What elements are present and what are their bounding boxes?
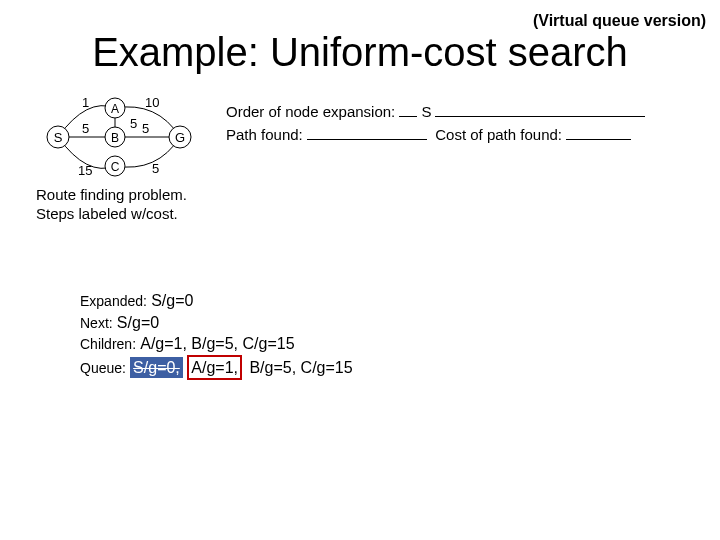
- expanded-line: Expanded: S/g=0: [80, 290, 356, 312]
- queue-item-rest: B/g=5, C/g=15: [246, 357, 355, 379]
- order-label: Order of node expansion:: [226, 103, 395, 120]
- children-value: A/g=1, B/g=5, C/g=15: [140, 335, 294, 352]
- children-line: Children: A/g=1, B/g=5, C/g=15: [80, 333, 356, 355]
- queue-values: S/g=0, A/g=1, B/g=5, C/g=15: [130, 359, 356, 376]
- next-value: S/g=0: [117, 314, 159, 331]
- next-line: Next: S/g=0: [80, 312, 356, 334]
- label-BG: 5: [142, 121, 149, 136]
- subtitle-tag: (Virtual queue version): [533, 12, 706, 30]
- svg-text:A: A: [111, 102, 119, 116]
- graph-caption: Route finding problem. Steps labeled w/c…: [36, 186, 187, 224]
- path-blank: [307, 124, 427, 141]
- node-G: G: [169, 126, 191, 148]
- label-CG: 5: [152, 161, 159, 176]
- cost-blank: [566, 124, 631, 141]
- label-SC: 15: [78, 163, 92, 178]
- node-B: B: [105, 127, 125, 147]
- answers-block: Order of node expansion: S Path found: C…: [226, 100, 645, 147]
- label-SB: 5: [82, 121, 89, 136]
- node-S: S: [47, 126, 69, 148]
- caption-line-1: Route finding problem.: [36, 186, 187, 203]
- node-A: A: [105, 98, 125, 118]
- path-label: Path found:: [226, 126, 303, 143]
- expanded-label: Expanded:: [80, 293, 147, 309]
- order-value: S: [417, 100, 435, 123]
- queue-item-next: A/g=1,: [187, 355, 242, 381]
- graph: S A B C G 1 5 15 10 5 5 5: [42, 95, 202, 185]
- cost-label: Cost of path found:: [435, 126, 562, 143]
- queue-line: Queue: S/g=0, A/g=1, B/g=5, C/g=15: [80, 355, 356, 381]
- queue-label: Queue:: [80, 360, 126, 376]
- page-title: Example: Uniform-cost search: [0, 30, 720, 75]
- next-label: Next:: [80, 315, 113, 331]
- path-line: Path found: Cost of path found:: [226, 123, 645, 146]
- slide: (Virtual queue version) Example: Uniform…: [0, 0, 720, 540]
- order-blank-before: [399, 100, 417, 117]
- order-blank-after: [435, 100, 645, 117]
- caption-line-2: Steps labeled w/cost.: [36, 205, 178, 222]
- svg-text:G: G: [175, 130, 185, 145]
- label-AB: 5: [130, 116, 137, 131]
- children-label: Children:: [80, 336, 136, 352]
- svg-text:C: C: [111, 160, 120, 174]
- node-C: C: [105, 156, 125, 176]
- trace-block: Expanded: S/g=0 Next: S/g=0 Children: A/…: [80, 290, 356, 380]
- order-line: Order of node expansion: S: [226, 100, 645, 123]
- label-SA: 1: [82, 95, 89, 110]
- queue-item-expanded: S/g=0,: [130, 357, 183, 379]
- svg-text:B: B: [111, 131, 119, 145]
- label-AG: 10: [145, 95, 159, 110]
- expanded-value: S/g=0: [151, 292, 193, 309]
- svg-text:S: S: [54, 130, 63, 145]
